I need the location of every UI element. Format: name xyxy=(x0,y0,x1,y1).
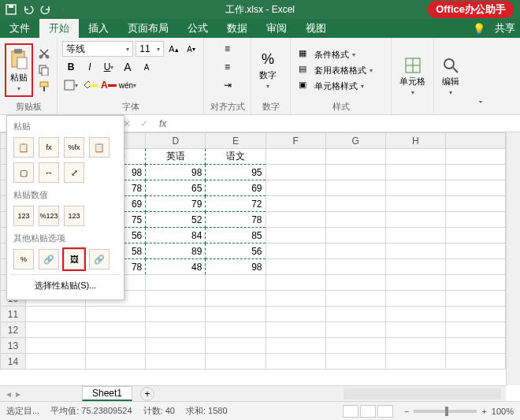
align-top-button[interactable]: ≡ xyxy=(219,41,236,57)
paste-special-button[interactable]: 选择性粘贴(S)... xyxy=(10,274,121,296)
paste-keep-source-fmt-button[interactable]: 📋 xyxy=(89,137,110,158)
cell[interactable] xyxy=(266,275,325,291)
cell[interactable]: 语文 xyxy=(206,149,266,165)
share-tab[interactable]: 共享 xyxy=(490,19,520,38)
cell[interactable] xyxy=(325,354,385,370)
number-format-button[interactable]: % 数字 ▾ xyxy=(256,48,280,93)
row-header[interactable]: 12 xyxy=(1,322,26,338)
cell[interactable] xyxy=(146,275,206,291)
cell[interactable] xyxy=(26,338,86,354)
cell[interactable] xyxy=(206,322,266,338)
cell[interactable]: 英语 xyxy=(146,149,206,165)
col-header[interactable] xyxy=(445,133,505,149)
paste-no-borders-button[interactable]: ▢ xyxy=(13,162,34,183)
tab-data[interactable]: 数据 xyxy=(217,19,257,38)
redo-icon[interactable] xyxy=(39,3,52,16)
cell-styles-button[interactable]: ▣单元格样式▾ xyxy=(295,79,376,93)
bold-button[interactable]: B xyxy=(62,59,80,75)
font-name-select[interactable]: 等线▾ xyxy=(62,41,133,57)
align-left-button[interactable]: ≡ xyxy=(219,59,236,75)
paste-button[interactable]: 粘贴 ▾ xyxy=(5,43,33,97)
zoom-slider[interactable] xyxy=(414,410,477,413)
tab-home[interactable]: 开始 xyxy=(39,19,79,38)
cell[interactable]: 85 xyxy=(206,228,266,243)
cell[interactable] xyxy=(266,354,325,370)
fill-color-button[interactable] xyxy=(81,77,98,93)
cell[interactable] xyxy=(86,307,146,322)
font-size-select[interactable]: 11▾ xyxy=(136,41,164,57)
col-header[interactable]: G xyxy=(325,133,385,149)
cell[interactable]: 65 xyxy=(146,180,206,196)
paste-transpose-button[interactable]: ⤢ xyxy=(64,162,84,183)
cell[interactable]: 79 xyxy=(146,196,206,212)
cut-button[interactable] xyxy=(36,46,52,61)
view-normal-button[interactable] xyxy=(343,405,358,418)
conditional-format-button[interactable]: ▦条件格式▾ xyxy=(295,47,376,61)
phonetic-button[interactable]: wén▾ xyxy=(119,77,136,93)
zoom-in-button[interactable]: + xyxy=(481,407,486,416)
cell[interactable] xyxy=(26,307,86,322)
paste-linked-picture-button[interactable]: 🔗 xyxy=(89,249,110,269)
cell[interactable] xyxy=(385,354,445,370)
indent-button[interactable]: ⇥ xyxy=(219,77,236,93)
font-color-button[interactable]: A xyxy=(100,77,117,93)
paste-all-button[interactable]: 📋 xyxy=(13,137,34,158)
paste-picture-button[interactable]: 🖼 xyxy=(64,249,84,269)
cell[interactable] xyxy=(325,291,385,307)
cell[interactable] xyxy=(266,291,325,307)
cell[interactable] xyxy=(325,307,385,322)
add-sheet-button[interactable]: + xyxy=(140,387,154,401)
cell[interactable] xyxy=(266,322,325,338)
cell[interactable] xyxy=(445,291,505,307)
col-header[interactable]: E xyxy=(206,133,266,149)
vertical-scrollbar[interactable] xyxy=(506,132,520,385)
cell[interactable] xyxy=(86,322,146,338)
cell[interactable] xyxy=(146,291,206,307)
zoom-level[interactable]: 100% xyxy=(492,407,514,416)
tell-me-icon[interactable]: 💡 xyxy=(468,19,490,38)
sheet-nav-first-icon[interactable]: ◂ xyxy=(6,388,11,400)
tab-layout[interactable]: 页面布局 xyxy=(118,19,178,38)
tab-insert[interactable]: 插入 xyxy=(79,19,118,38)
cell[interactable]: 56 xyxy=(206,243,266,259)
confirm-formula-button[interactable]: ✓ xyxy=(136,118,153,129)
col-header[interactable]: H xyxy=(385,133,445,149)
paste-link-button[interactable]: 🔗 xyxy=(39,249,59,269)
row-header[interactable]: 11 xyxy=(1,307,26,322)
format-painter-button[interactable] xyxy=(36,80,52,94)
row-header[interactable]: 13 xyxy=(1,338,26,354)
editing-button[interactable]: 编辑▾ xyxy=(439,54,462,99)
tab-file[interactable]: 文件 xyxy=(0,19,39,38)
sheet-nav-prev-icon[interactable]: ▸ xyxy=(16,388,20,400)
paste-formulas-button[interactable]: fx xyxy=(39,137,59,158)
cell[interactable]: 95 xyxy=(206,165,266,180)
cell[interactable] xyxy=(206,354,266,370)
paste-values-srcfmt-button[interactable]: 123 xyxy=(64,206,84,226)
cell[interactable]: 52 xyxy=(146,212,206,228)
table-format-button[interactable]: ▤套用表格格式▾ xyxy=(295,63,376,77)
cell[interactable]: 69 xyxy=(206,180,266,196)
save-icon[interactable] xyxy=(5,3,17,16)
sheet-tab[interactable]: Sheet1 xyxy=(82,386,132,401)
cell[interactable] xyxy=(385,338,445,354)
cell[interactable] xyxy=(206,307,266,322)
cell[interactable] xyxy=(445,338,505,354)
zoom-out-button[interactable]: − xyxy=(404,407,409,416)
cell[interactable] xyxy=(266,338,325,354)
cell[interactable] xyxy=(206,338,266,354)
cell[interactable] xyxy=(86,354,146,370)
italic-button[interactable]: I xyxy=(81,59,98,75)
cell[interactable] xyxy=(26,354,86,370)
fx-icon[interactable]: fx xyxy=(153,118,173,129)
undo-icon[interactable] xyxy=(22,3,35,16)
cell[interactable] xyxy=(325,275,385,291)
paste-formatting-button[interactable]: % xyxy=(13,249,34,269)
cell[interactable] xyxy=(385,275,445,291)
paste-formulas-numfmt-button[interactable]: %fx xyxy=(64,137,84,158)
cell[interactable] xyxy=(266,307,325,322)
cell[interactable] xyxy=(385,307,445,322)
decrease-font-button[interactable]: A▾ xyxy=(184,41,199,57)
cell[interactable] xyxy=(146,354,206,370)
cell[interactable]: 84 xyxy=(146,228,206,243)
cell[interactable] xyxy=(146,322,206,338)
